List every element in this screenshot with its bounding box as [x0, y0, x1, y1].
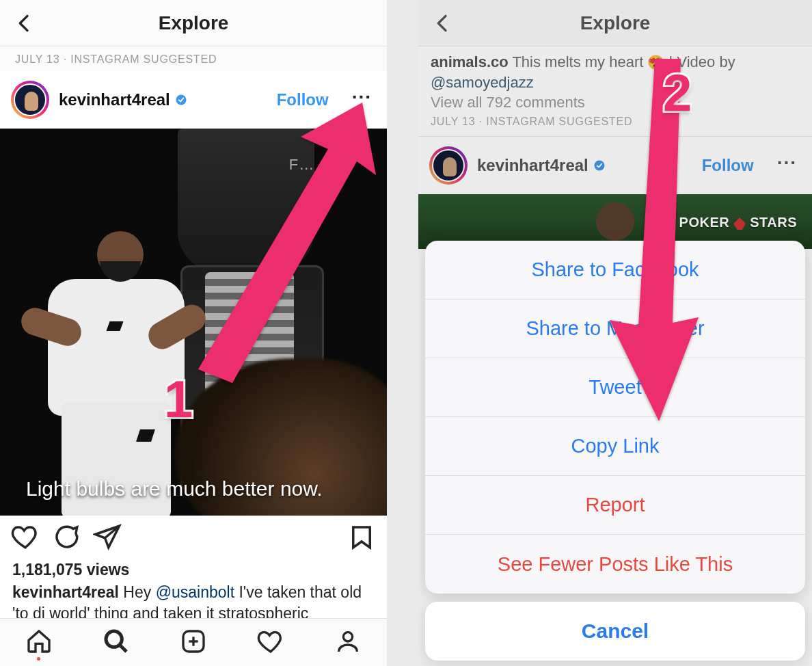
nav-profile[interactable] — [334, 628, 362, 658]
svg-point-6 — [344, 632, 353, 641]
video-caption-overlay: Light bulbs are much better now. — [0, 477, 387, 501]
caption-username[interactable]: kevinhart4real — [12, 583, 119, 601]
sheet-tweet[interactable]: Tweet — [425, 358, 805, 417]
more-options-button[interactable]: ··· — [338, 88, 376, 112]
heart-icon — [11, 522, 40, 551]
sheet-cancel[interactable]: Cancel — [425, 602, 805, 661]
avatar[interactable] — [429, 146, 468, 185]
sheet-copy-link[interactable]: Copy Link — [425, 417, 805, 476]
avatar[interactable] — [11, 81, 49, 119]
chevron-left-icon — [14, 12, 36, 34]
previous-post-caption: animals.co This melts my heart 😍 | Video… — [418, 46, 812, 92]
prev-mention[interactable]: @samoyedjazz — [431, 74, 534, 91]
header: Explore — [418, 0, 812, 46]
bookmark-icon — [347, 522, 376, 551]
more-options-button[interactable]: ··· — [763, 153, 801, 178]
paper-plane-icon — [93, 522, 122, 551]
sheet-share-messenger[interactable]: Share to Messenger — [425, 299, 805, 358]
page-title: Explore — [38, 12, 349, 34]
nav-search[interactable] — [103, 628, 130, 658]
svg-point-0 — [176, 95, 186, 105]
verified-badge-icon — [174, 93, 188, 107]
plus-square-icon — [180, 628, 207, 655]
caption-mention[interactable]: @usainbolt — [156, 583, 234, 601]
view-all-comments[interactable]: View all 792 comments — [418, 92, 812, 113]
verified-badge-icon — [593, 159, 606, 172]
home-notification-dot — [37, 657, 40, 661]
username-text: kevinhart4real — [59, 90, 170, 109]
prev-username[interactable]: animals.co — [431, 53, 509, 70]
nav-activity[interactable] — [257, 628, 284, 658]
sheet-fewer-posts[interactable]: See Fewer Posts Like This — [425, 535, 805, 594]
nav-home[interactable] — [25, 628, 53, 658]
post-meta: JULY 13 · INSTAGRAM SUGGESTED — [0, 46, 387, 71]
follow-button[interactable]: Follow — [702, 156, 754, 175]
post-action-bar — [0, 516, 387, 561]
save-button[interactable] — [347, 522, 376, 554]
share-button[interactable] — [93, 522, 122, 554]
action-sheet: Share to Facebook Share to Messenger Twe… — [425, 241, 805, 661]
video-watermark: POKER STARS — [679, 215, 797, 230]
spade-icon — [733, 217, 746, 230]
heart-eyes-emoji-icon: 😍 — [647, 55, 664, 70]
username[interactable]: kevinhart4real — [59, 90, 188, 109]
phone-left: Explore JULY 13 · INSTAGRAM SUGGESTED ke… — [0, 0, 387, 666]
svg-point-8 — [594, 161, 604, 171]
step-number-1: 1 — [164, 369, 193, 429]
heart-icon — [257, 628, 284, 655]
sheet-share-facebook[interactable]: Share to Facebook — [425, 241, 805, 299]
person-icon — [334, 628, 362, 655]
post-header: kevinhart4real Follow ··· — [418, 137, 812, 194]
sheet-report[interactable]: Report — [425, 476, 805, 535]
follow-button[interactable]: Follow — [277, 90, 329, 109]
step-number-2: 2 — [663, 63, 692, 122]
comment-button[interactable] — [52, 522, 81, 554]
svg-line-2 — [120, 645, 126, 652]
username-text: kevinhart4real — [477, 156, 588, 175]
video-overlay-tag: F… …S — [289, 156, 346, 174]
chevron-left-icon — [432, 12, 454, 34]
back-button[interactable] — [11, 10, 38, 37]
header: Explore — [0, 0, 387, 46]
comment-icon — [52, 522, 81, 551]
phone-right: Explore animals.co This melts my heart 😍… — [418, 0, 812, 666]
search-icon — [103, 628, 130, 655]
home-icon — [25, 628, 53, 655]
post-header: kevinhart4real Follow ··· — [0, 71, 387, 129]
bottom-nav — [0, 618, 387, 666]
page-title: Explore — [457, 12, 774, 34]
svg-point-1 — [106, 631, 122, 647]
username[interactable]: kevinhart4real — [477, 156, 606, 175]
post-meta: JULY 13 · INSTAGRAM SUGGESTED — [418, 113, 812, 137]
back-button[interactable] — [429, 10, 457, 37]
like-button[interactable] — [11, 522, 40, 554]
nav-new-post[interactable] — [180, 628, 207, 658]
post-video[interactable]: F… …S Light bulbs are much better now. — [0, 129, 387, 516]
view-count[interactable]: 1,181,075 views — [0, 561, 387, 582]
